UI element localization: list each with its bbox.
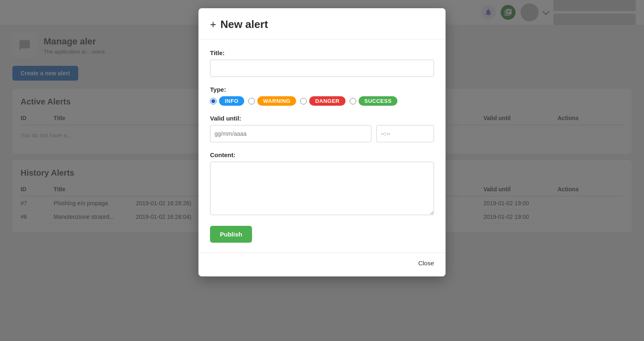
date-time-row (210, 125, 434, 142)
type-option-info[interactable]: INFO (210, 96, 244, 106)
title-form-group: Title: (210, 49, 434, 77)
content-textarea[interactable] (210, 162, 434, 215)
type-badge-danger: DANGER (309, 96, 345, 106)
time-input[interactable] (376, 125, 434, 142)
type-radio-warning[interactable] (248, 98, 255, 104)
modal-body: Title: Type: INFO WARNING (198, 39, 446, 253)
type-option-warning[interactable]: WARNING (248, 96, 296, 106)
title-input[interactable] (210, 60, 434, 77)
type-radio-info[interactable] (210, 98, 217, 104)
type-option-danger[interactable]: DANGER (300, 96, 345, 106)
new-alert-modal: + New alert Title: Type: INFO (198, 8, 446, 276)
modal-header: + New alert (198, 8, 446, 39)
modal-plus-symbol: + (210, 18, 216, 31)
modal-overlay: + New alert Title: Type: INFO (0, 0, 644, 341)
date-input[interactable] (210, 125, 371, 142)
title-label: Title: (210, 49, 434, 56)
publish-button[interactable]: Publish (210, 226, 252, 243)
modal-title: + New alert (210, 18, 434, 31)
type-badge-info: INFO (219, 96, 244, 106)
type-form-group: Type: INFO WARNING DANGER (210, 86, 434, 106)
type-radio-danger[interactable] (300, 98, 307, 104)
type-radio-success[interactable] (350, 98, 356, 104)
type-badge-warning: WARNING (257, 96, 296, 106)
modal-footer: Close (198, 253, 446, 276)
type-options: INFO WARNING DANGER SUCCESS (210, 96, 434, 106)
close-button[interactable]: Close (418, 260, 434, 267)
content-label: Content: (210, 151, 434, 158)
type-badge-success: SUCCESS (359, 96, 397, 106)
type-label: Type: (210, 86, 434, 93)
valid-until-form-group: Valid until: (210, 115, 434, 142)
modal-title-text: New alert (220, 18, 268, 31)
valid-until-label: Valid until: (210, 115, 434, 122)
type-option-success[interactable]: SUCCESS (350, 96, 397, 106)
content-form-group: Content: (210, 151, 434, 217)
